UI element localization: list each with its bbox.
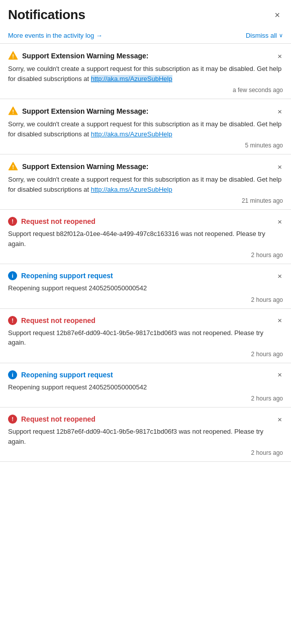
notification-body: Reopening support request 24052500500005… <box>8 382 283 392</box>
notification-close-button[interactable]: × <box>276 163 283 171</box>
notification-body: Sorry, we couldn't create a support requ… <box>8 175 283 194</box>
notification-title: Request not reopened <box>21 415 95 423</box>
notification-title: Support Extension Warning Message: <box>22 163 149 171</box>
notification-body: Support request b82f012a-01ee-464e-a499-… <box>8 229 283 249</box>
notifications-panel: Notifications × More events in the activ… <box>0 0 291 462</box>
notification-item: ! Support Extension Warning Message:×Sor… <box>0 154 291 210</box>
notification-body: Sorry, we couldn't create a support requ… <box>8 64 283 84</box>
warning-icon: ! <box>8 51 18 61</box>
notification-header-row: !Request not reopened× <box>8 217 283 226</box>
notification-header-row: ! Support Extension Warning Message:× <box>8 51 283 61</box>
notification-timestamp: 2 hours ago <box>8 351 283 358</box>
notification-title: Request not reopened <box>21 217 95 225</box>
svg-text:!: ! <box>12 53 14 59</box>
notification-title-row: !Request not reopened <box>8 316 272 325</box>
notification-header-row: iReopening support request× <box>8 271 283 280</box>
svg-text:!: ! <box>12 109 14 115</box>
error-icon: ! <box>8 316 17 325</box>
notification-title: Reopening support request <box>21 272 113 280</box>
notification-close-button[interactable]: × <box>276 52 283 60</box>
notification-item: iReopening support request×Reopening sup… <box>0 363 291 408</box>
notification-title-row: ! Support Extension Warning Message: <box>8 106 272 116</box>
panel-title: Notifications <box>8 7 85 23</box>
activity-log-link[interactable]: More events in the activity log → <box>8 32 103 39</box>
notification-item: iReopening support request×Reopening sup… <box>0 264 291 309</box>
chevron-down-icon: ∨ <box>279 32 283 39</box>
panel-close-button[interactable]: × <box>271 9 283 22</box>
svg-text:!: ! <box>12 164 14 170</box>
dismiss-all-label: Dismiss all <box>246 32 277 39</box>
notification-timestamp: 5 minutes ago <box>8 142 283 149</box>
notification-header-row: ! Support Extension Warning Message:× <box>8 162 283 172</box>
error-icon: ! <box>8 415 17 424</box>
notification-link[interactable]: http://aka.ms/AzureSubHelp <box>91 130 172 138</box>
notification-link[interactable]: http://aka.ms/AzureSubHelp <box>91 186 172 193</box>
info-icon: i <box>8 370 17 379</box>
notification-timestamp: 2 hours ago <box>8 449 283 456</box>
error-icon: ! <box>8 217 17 226</box>
warning-icon: ! <box>8 162 18 172</box>
notification-close-button[interactable]: × <box>276 272 283 280</box>
dismiss-all-button[interactable]: Dismiss all ∨ <box>246 32 283 39</box>
notification-close-button[interactable]: × <box>276 218 283 225</box>
notification-title-row: ! Support Extension Warning Message: <box>8 51 272 61</box>
notification-header-row: !Request not reopened× <box>8 415 283 424</box>
notification-header-row: !Request not reopened× <box>8 316 283 325</box>
notification-title-row: ! Support Extension Warning Message: <box>8 162 272 172</box>
notification-timestamp: 2 hours ago <box>8 395 283 402</box>
notification-timestamp: a few seconds ago <box>8 87 283 94</box>
notification-timestamp: 2 hours ago <box>8 252 283 259</box>
notification-header-row: iReopening support request× <box>8 370 283 379</box>
notification-item: ! Support Extension Warning Message:×Sor… <box>0 44 291 99</box>
notification-item: ! Support Extension Warning Message:×Sor… <box>0 99 291 154</box>
notification-item: !Request not reopened×Support request b8… <box>0 210 291 264</box>
notification-title: Request not reopened <box>21 316 95 325</box>
notification-title-row: !Request not reopened <box>8 217 272 226</box>
notification-item: !Request not reopened×Support request 12… <box>0 309 291 363</box>
notification-item: !Request not reopened×Support request 12… <box>0 408 291 462</box>
notification-title: Support Extension Warning Message: <box>22 107 149 115</box>
notification-close-button[interactable]: × <box>276 108 283 115</box>
notification-body: Reopening support request 24052500500005… <box>8 283 283 293</box>
notification-header-row: ! Support Extension Warning Message:× <box>8 106 283 116</box>
notification-title: Reopening support request <box>21 371 113 379</box>
notification-title: Support Extension Warning Message: <box>22 52 149 60</box>
warning-icon: ! <box>8 106 18 116</box>
info-icon: i <box>8 271 17 280</box>
notification-timestamp: 2 hours ago <box>8 296 283 303</box>
notification-close-button[interactable]: × <box>276 371 283 378</box>
notification-title-row: iReopening support request <box>8 271 272 280</box>
notification-body: Support request 12b87e6f-dd09-40c1-9b5e-… <box>8 328 283 348</box>
notification-link[interactable]: http://aka.ms/AzureSubHelp <box>91 75 172 83</box>
notification-body: Sorry, we couldn't create a support requ… <box>8 119 283 139</box>
notification-close-button[interactable]: × <box>276 316 283 324</box>
notifications-list: ! Support Extension Warning Message:×Sor… <box>0 44 291 462</box>
panel-header: Notifications × <box>0 0 291 28</box>
notification-title-row: !Request not reopened <box>8 415 272 424</box>
actions-bar: More events in the activity log → Dismis… <box>0 28 291 44</box>
notification-body: Support request 12b87e6f-dd09-40c1-9b5e-… <box>8 427 283 446</box>
notification-close-button[interactable]: × <box>276 416 283 423</box>
notification-timestamp: 21 minutes ago <box>8 197 283 204</box>
notification-title-row: iReopening support request <box>8 370 272 379</box>
